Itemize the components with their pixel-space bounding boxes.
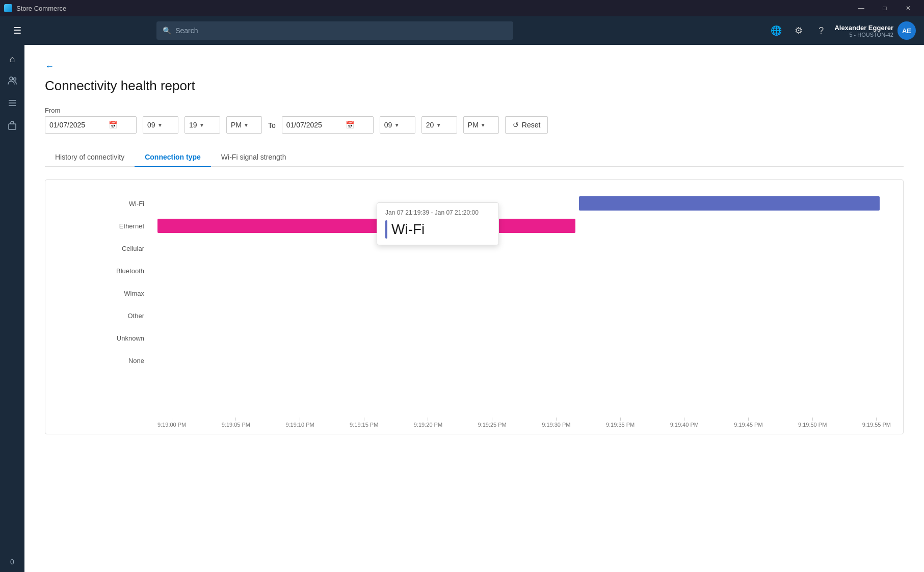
- main-content: ← Connectivity health report From 📅 0910…: [24, 45, 924, 572]
- y-label-wifi: Wi-Fi: [45, 192, 152, 215]
- close-button[interactable]: ✕: [896, 0, 920, 16]
- help-icon: ?: [819, 25, 824, 36]
- minimize-button[interactable]: —: [850, 0, 873, 16]
- chevron-down-icon-3: ▼: [244, 122, 249, 128]
- chevron-down-icon: ▼: [157, 122, 163, 128]
- y-label-wimax: Wimax: [45, 282, 152, 304]
- x-tick-3: 9:19:15 PM: [350, 418, 378, 428]
- user-name: Alexander Eggerer: [834, 24, 893, 32]
- to-minute-select-wrapper[interactable]: 201900 ▼: [421, 116, 457, 134]
- bar-row-ethernet: [157, 215, 891, 237]
- bar-row-other: [157, 304, 891, 327]
- from-minute-select[interactable]: 192000: [189, 121, 197, 129]
- chevron-down-icon-2: ▼: [199, 122, 204, 128]
- app-header: ☰ 🔍 Search 🌐 ⚙ ? Alexander Eggerer 5 - H…: [0, 16, 924, 45]
- window-controls: — □ ✕: [850, 0, 920, 16]
- list-icon: [7, 98, 17, 111]
- calendar-icon-from[interactable]: 📅: [109, 121, 117, 129]
- bar-wifi: [579, 196, 880, 211]
- x-tick-1: 9:19:05 PM: [222, 418, 250, 428]
- sidebar: ⌂: [0, 45, 24, 572]
- bar-row-wimax: [157, 282, 891, 304]
- to-date-input[interactable]: [286, 121, 342, 129]
- settings-button[interactable]: ⚙: [789, 21, 808, 40]
- x-tick-line: [684, 418, 684, 421]
- chevron-down-icon-4: ▼: [394, 122, 400, 128]
- from-hour-select-wrapper[interactable]: 091011 ▼: [143, 116, 178, 134]
- x-tick-line: [748, 418, 749, 421]
- x-tick-0: 9:19:00 PM: [157, 418, 186, 428]
- x-tick-9: 9:19:45 PM: [734, 418, 762, 428]
- chart-bars: Jan 07 21:19:39 - Jan 07 21:20:00 Wi-Fi: [157, 192, 891, 372]
- from-date-input[interactable]: [49, 121, 105, 129]
- search-placeholder: Search: [175, 27, 198, 35]
- search-icon: 🔍: [163, 27, 171, 35]
- y-axis: Wi-Fi Ethernet Cellular Bluetooth Wimax …: [45, 192, 152, 372]
- x-tick-5: 9:19:25 PM: [478, 418, 507, 428]
- people-icon: [7, 75, 17, 88]
- x-tick-6: 9:19:30 PM: [542, 418, 570, 428]
- home-icon: ⌂: [10, 54, 15, 65]
- x-tick-line: [620, 418, 621, 421]
- from-date-wrapper[interactable]: 📅: [45, 116, 137, 134]
- x-tick-line: [235, 418, 236, 421]
- bar-row-cellular: [157, 237, 891, 259]
- sidebar-item-people[interactable]: [2, 71, 22, 92]
- from-ampm-select[interactable]: PMAM: [231, 121, 242, 129]
- to-ampm-select[interactable]: PMAM: [468, 121, 479, 129]
- to-label: To: [268, 121, 276, 134]
- reset-button[interactable]: ↺ Reset: [505, 116, 548, 134]
- avatar[interactable]: AE: [897, 21, 916, 40]
- calendar-icon-to[interactable]: 📅: [346, 121, 354, 129]
- search-bar[interactable]: 🔍 Search: [156, 21, 513, 40]
- from-group: From 📅: [45, 107, 137, 134]
- hamburger-button[interactable]: ☰: [8, 21, 27, 40]
- x-tick-8: 9:19:40 PM: [670, 418, 699, 428]
- tooltip-indicator: [385, 220, 387, 239]
- user-info: Alexander Eggerer 5 - HOUSTON-42: [834, 24, 893, 38]
- app-title: Store Commerce: [16, 5, 846, 12]
- gear-icon: ⚙: [795, 25, 803, 36]
- tab-history[interactable]: History of connectivity: [45, 148, 135, 167]
- x-tick-line: [876, 418, 877, 421]
- x-tick-7: 9:19:35 PM: [606, 418, 635, 428]
- sidebar-item-home[interactable]: ⌂: [2, 49, 22, 69]
- to-date-wrapper[interactable]: 📅: [282, 116, 374, 134]
- to-minute-select[interactable]: 201900: [426, 121, 434, 129]
- svg-point-1: [14, 77, 16, 80]
- globe-icon: 🌐: [771, 25, 782, 36]
- x-tick-line: [812, 418, 813, 421]
- from-ampm-select-wrapper[interactable]: PMAM ▼: [226, 116, 262, 134]
- back-button[interactable]: ←: [45, 61, 54, 72]
- globe-button[interactable]: 🌐: [767, 21, 785, 40]
- from-minute-select-wrapper[interactable]: 192000 ▼: [184, 116, 220, 134]
- chevron-down-icon-6: ▼: [481, 122, 486, 128]
- x-tick-10: 9:19:50 PM: [798, 418, 827, 428]
- bar-row-wifi: [157, 192, 891, 215]
- x-tick-line: [172, 418, 172, 421]
- help-button[interactable]: ?: [812, 21, 830, 40]
- bar-row-unknown: [157, 327, 891, 349]
- chevron-down-icon-5: ▼: [436, 122, 441, 128]
- to-hour-select[interactable]: 0910: [384, 121, 392, 129]
- from-hour-select[interactable]: 091011: [147, 121, 155, 129]
- tab-connection-type[interactable]: Connection type: [135, 148, 211, 167]
- bar-row-bluetooth: [157, 259, 891, 282]
- sidebar-item-shopping[interactable]: [2, 116, 22, 137]
- to-ampm-select-wrapper[interactable]: PMAM ▼: [463, 116, 499, 134]
- y-label-none: None: [45, 349, 152, 372]
- y-label-cellular: Cellular: [45, 237, 152, 259]
- sidebar-item-number[interactable]: 0: [2, 552, 22, 572]
- to-hour-select-wrapper[interactable]: 0910 ▼: [380, 116, 415, 134]
- to-group: 📅: [282, 116, 374, 134]
- shopping-icon: [7, 120, 17, 133]
- from-label: From: [45, 107, 137, 114]
- maximize-button[interactable]: □: [873, 0, 896, 16]
- x-axis: 9:19:00 PM 9:19:05 PM 9:19:10 PM 9:19:15…: [157, 418, 891, 428]
- tooltip-value: Wi-Fi: [385, 220, 490, 239]
- tab-wifi-signal[interactable]: Wi-Fi signal strength: [211, 148, 297, 167]
- sidebar-item-list[interactable]: [2, 94, 22, 114]
- x-tick-4: 9:19:20 PM: [414, 418, 442, 428]
- svg-point-0: [10, 77, 13, 80]
- user-store: 5 - HOUSTON-42: [834, 32, 893, 38]
